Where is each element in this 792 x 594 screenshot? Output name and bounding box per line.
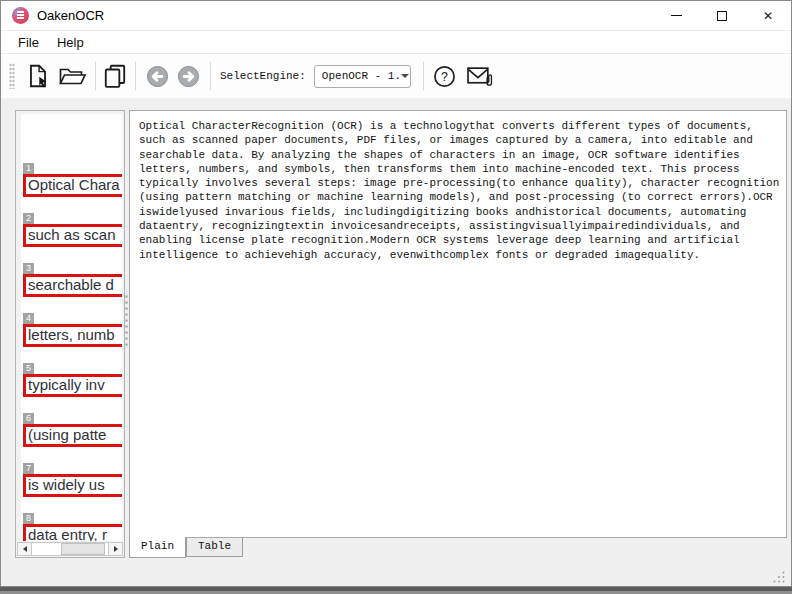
new-document-icon <box>25 63 51 89</box>
preview-line: 1Optical Chara <box>23 156 122 197</box>
line-number-badge: 3 <box>23 263 34 274</box>
text-line-bounding-box[interactable]: (using patte <box>23 424 122 447</box>
line-number-badge: 1 <box>23 163 34 174</box>
text-line-bounding-box[interactable]: searchable d <box>23 274 122 297</box>
engine-dropdown[interactable]: OpenOCR - 1. <box>314 65 411 88</box>
preview-line: 3searchable d <box>23 256 122 297</box>
image-preview-panel: 1Optical Chara2such as scan3searchable d… <box>15 110 125 558</box>
minimize-button[interactable] <box>653 1 699 30</box>
tab-table[interactable]: Table <box>186 538 243 557</box>
text-line-bounding-box[interactable]: Optical Chara <box>23 174 122 197</box>
titlebar: OakenOCR ✕ <box>1 1 791 31</box>
menu-help[interactable]: Help <box>48 33 93 52</box>
text-line-bounding-box[interactable]: data entry, r <box>23 524 122 541</box>
text-line-bounding-box[interactable]: typically inv <box>23 374 122 397</box>
tab-plain[interactable]: Plain <box>129 537 186 558</box>
text-line-bounding-box[interactable]: letters, numb <box>23 324 122 347</box>
ocr-text-panel: Optical CharacterRecognition (OCR) is a … <box>129 110 787 538</box>
open-file-button[interactable] <box>57 64 87 88</box>
toolbar: SelectEngine: OpenOCR - 1. ? <box>1 54 791 99</box>
back-button[interactable] <box>146 65 169 88</box>
chevron-down-icon <box>401 74 409 78</box>
preview-viewport[interactable]: 1Optical Chara2such as scan3searchable d… <box>21 114 122 541</box>
toolbar-separator <box>95 62 96 90</box>
window-title: OakenOCR <box>37 8 104 23</box>
line-number-badge: 7 <box>23 463 34 474</box>
toolbar-separator <box>210 62 211 90</box>
content-area: 1Optical Chara2such as scan3searchable d… <box>1 98 791 586</box>
app-logo-glyph <box>17 11 24 20</box>
window-controls: ✕ <box>653 1 791 30</box>
resize-grip[interactable] <box>771 570 786 584</box>
maximize-button[interactable] <box>699 1 745 30</box>
line-number-badge: 8 <box>23 513 34 524</box>
line-number-badge: 6 <box>23 413 34 424</box>
menubar: File Help <box>1 31 791 54</box>
preview-line: 7is widely us <box>23 456 122 497</box>
screen: OakenOCR ✕ File Help <box>0 0 792 594</box>
send-mail-icon <box>466 64 494 89</box>
scroll-right-icon <box>114 546 118 552</box>
scrollbar-thumb[interactable] <box>61 543 105 555</box>
app-icon <box>12 7 29 24</box>
open-folder-icon <box>57 64 87 88</box>
result-tabs: Plain Table <box>129 537 243 558</box>
preview-line: 5typically inv <box>23 356 122 397</box>
text-line-bounding-box[interactable]: is widely us <box>23 474 122 497</box>
line-number-badge: 4 <box>23 313 34 324</box>
send-feedback-button[interactable] <box>466 64 494 89</box>
engine-dropdown-value: OpenOCR - 1. <box>322 70 401 82</box>
maximize-icon <box>717 11 727 21</box>
help-icon: ? <box>433 65 456 88</box>
toolbar-grip[interactable] <box>9 63 15 89</box>
resize-grip-icon <box>771 570 786 584</box>
preview-line: 6(using patte <box>23 406 122 447</box>
new-document-button[interactable] <box>25 63 51 89</box>
scrollbar-track[interactable] <box>32 542 108 556</box>
ocr-result-text[interactable]: Optical CharacterRecognition (OCR) is a … <box>139 119 784 262</box>
scroll-left-icon <box>23 546 27 552</box>
back-icon <box>146 65 169 88</box>
preview-lines: 1Optical Chara2such as scan3searchable d… <box>23 156 122 541</box>
forward-icon <box>177 65 200 88</box>
menu-file[interactable]: File <box>9 33 48 52</box>
forward-button[interactable] <box>177 65 200 88</box>
close-button[interactable]: ✕ <box>745 1 791 30</box>
preview-line: 4letters, numb <box>23 306 122 347</box>
select-engine-label: SelectEngine: <box>220 70 306 82</box>
horizontal-scrollbar[interactable] <box>17 542 123 556</box>
scroll-left-button[interactable] <box>17 542 32 556</box>
preview-line: 8data entry, r <box>23 506 122 541</box>
app-window: OakenOCR ✕ File Help <box>0 0 792 587</box>
preview-line: 2such as scan <box>23 206 122 247</box>
help-button[interactable]: ? <box>433 65 456 88</box>
copy-text-button[interactable] <box>102 63 128 89</box>
line-number-badge: 5 <box>23 363 34 374</box>
minimize-icon <box>671 15 682 16</box>
scroll-right-button[interactable] <box>108 542 123 556</box>
line-number-badge: 2 <box>23 213 34 224</box>
toolbar-separator <box>423 62 424 90</box>
text-line-bounding-box[interactable]: such as scan <box>23 224 122 247</box>
copy-icon <box>102 63 128 89</box>
toolbar-separator <box>135 62 136 90</box>
svg-text:?: ? <box>441 69 448 83</box>
